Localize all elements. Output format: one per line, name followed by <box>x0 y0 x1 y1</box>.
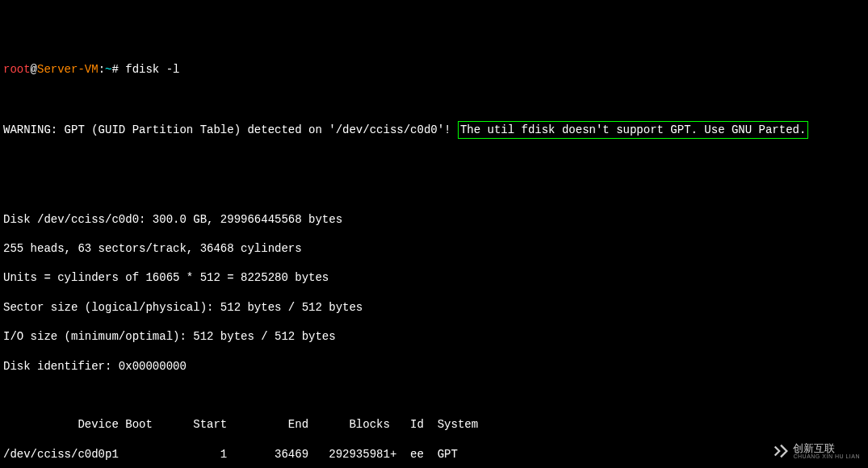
watermark-en: CHUANG XIN HU LIAN <box>793 453 860 459</box>
prompt-host: Server-VM <box>37 63 99 76</box>
disk-info-line: 255 heads, 63 sectors/track, 36468 cylin… <box>3 241 865 256</box>
disk-info-line: Disk identifier: 0x00000000 <box>3 359 865 374</box>
watermark: 创新互联 CHUANG XIN HU LIAN <box>772 442 860 460</box>
prompt-line-1: root@Server-VM:~# fdisk -l <box>3 62 865 77</box>
fdisk-table-header: Device Boot Start End Blocks Id System <box>3 417 865 432</box>
logo-icon <box>772 442 790 460</box>
disk-info-line: Disk /dev/cciss/c0d0: 300.0 GB, 29996644… <box>3 212 865 227</box>
warning-line: WARNING: GPT (GUID Partition Table) dete… <box>3 121 865 139</box>
fdisk-table-row: /dev/cciss/c0d0p1 1 36469 292935981+ ee … <box>3 447 865 462</box>
disk-info-line: Sector size (logical/physical): 512 byte… <box>3 300 865 315</box>
disk-info-line: I/O size (minimum/optimal): 512 bytes / … <box>3 329 865 344</box>
disk-info-line: Units = cylinders of 16065 * 512 = 82252… <box>3 270 865 285</box>
warning-highlight: The util fdisk doesn't support GPT. Use … <box>458 121 808 139</box>
warning-prefix: WARNING: GPT (GUID Partition Table) dete… <box>3 123 451 136</box>
watermark-cn: 创新互联 <box>793 443 860 453</box>
prompt-user: root <box>3 63 31 76</box>
command-fdisk[interactable]: fdisk -l <box>125 63 179 76</box>
